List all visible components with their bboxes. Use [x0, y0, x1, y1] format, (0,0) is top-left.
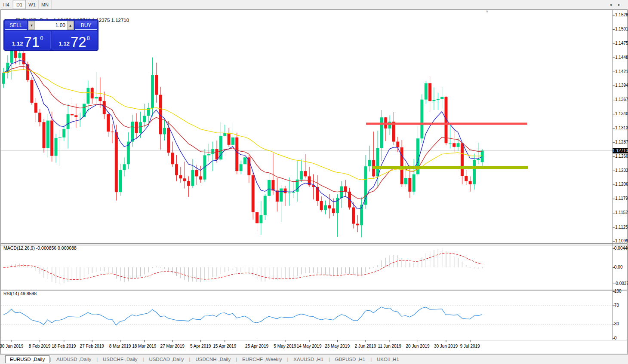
rsi-axis-label: 0 [614, 336, 617, 340]
rsi-label: RSI(14) 49.8598 [3, 291, 37, 296]
tab-separator: | [189, 357, 191, 362]
symbol-tab-eurchf[interactable]: EURCHF-,Weekly [237, 355, 286, 363]
timeframe-button-d1[interactable]: D1 [13, 0, 26, 9]
symbol-tab-usdchf[interactable]: USDCHF-,Daily [98, 355, 142, 363]
tab-separator: | [370, 357, 372, 362]
timeframe-button-mn[interactable]: MN [39, 0, 52, 9]
symbol-tab-eurusd[interactable]: EURUSD-,Daily [5, 355, 49, 363]
symbol-tab-bar: EURUSD-,Daily|AUDUSD-,Daily|USDCHF-,Dail… [0, 354, 628, 364]
sell-price-big: 71 [24, 36, 40, 48]
tab-scroll-right-icon[interactable]: ▸ [618, 2, 620, 362]
buy-price-sup: 8 [87, 35, 90, 41]
price-axis-label: 1.12600 [615, 154, 628, 159]
tab-separator: | [143, 357, 144, 362]
symbol-tab-audusd[interactable]: AUDUSD-,Daily [52, 355, 96, 363]
ohlc-close: 1.12710 [111, 18, 129, 23]
triangle-up-icon: ▲ [69, 24, 72, 28]
tab-scroll-left-icon[interactable]: ◂ [610, 2, 612, 362]
sell-price-prefix: 1.12 [12, 40, 23, 47]
price-axis-label: 1.11795 [615, 196, 628, 201]
buy-price-big: 72 [71, 36, 86, 48]
price-axis-label: 1.13135 [615, 125, 628, 130]
tab-separator: | [50, 357, 51, 362]
tab-separator: | [96, 357, 98, 362]
buy-price-prefix: 1.12 [59, 40, 70, 47]
volume-spinner: ▼ ▲ [28, 21, 74, 30]
symbol-tab-xauusd[interactable]: XAUUSD-,H1 [289, 355, 328, 363]
trading-terminal: H4D1W1MN ▲EURUSD-,Daily 1.12488 1.12741 … [0, 0, 628, 364]
volume-input[interactable] [35, 21, 67, 30]
one-click-trading-panel: SELL ▼ ▲ BUY 1.12710 1.12728 [3, 19, 99, 51]
price-axis-label: 1.14210 [615, 69, 628, 74]
price-axis-label: 1.10990 [615, 239, 628, 243]
price-axis-label: 1.14480 [615, 55, 628, 60]
macd-axis-label: -0.003715 [614, 281, 628, 286]
symbol-tab-usdcad[interactable]: USDCAD-,Daily [144, 355, 188, 363]
price-axis-label: 1.13945 [615, 83, 628, 88]
price-axis-label: 1.12870 [615, 140, 628, 144]
price-axis-label: 1.15285 [615, 12, 628, 17]
price-axis-label: 1.15015 [615, 27, 628, 31]
sell-price-sup: 0 [40, 35, 43, 41]
date-axis-label: 15 Apr 2019 [206, 344, 243, 349]
price-axis-label: 1.11255 [615, 225, 628, 229]
timeframe-toolbar: H4D1W1MN [0, 0, 628, 9]
price-axis-label: 1.13675 [615, 97, 628, 102]
current-price-tag: 1.12710 [613, 148, 628, 153]
symbol-tab-gbpusd[interactable]: GBPUSD-,H1 [330, 355, 370, 363]
macd-axis-label: 0.004465 [614, 246, 628, 251]
sell-price-display[interactable]: 1.12710 [5, 31, 51, 49]
price-axis-label: 1.13405 [615, 111, 628, 116]
timeframe-button-h4[interactable]: H4 [0, 0, 13, 9]
volume-increase-button[interactable]: ▲ [67, 21, 74, 30]
volume-decrease-button[interactable]: ▼ [28, 21, 35, 30]
symbol-tab-usdcnh[interactable]: USDCNH-,Daily [191, 355, 235, 363]
date-axis-label: 9 Jul 2019 [452, 344, 488, 349]
chart-canvas[interactable] [0, 0, 628, 364]
sell-button[interactable]: SELL [5, 21, 27, 30]
tab-separator: | [236, 357, 237, 362]
buy-price-display[interactable]: 1.12728 [52, 31, 98, 49]
tab-separator: | [287, 357, 288, 362]
chart-shift-marker-icon[interactable]: ▼ [485, 9, 489, 14]
price-axis-label: 1.12330 [615, 168, 628, 173]
triangle-down-icon: ▼ [30, 24, 34, 28]
price-axis-label: 1.14750 [615, 41, 628, 46]
tab-separator: | [329, 357, 330, 362]
symbol-tab-ukoil[interactable]: UKOil-,H1 [372, 355, 404, 363]
price-axis-label: 1.11525 [615, 210, 628, 215]
price-axis-label: 1.12065 [615, 182, 628, 187]
macd-label: MACD(12,26,9) -0.000856 0.000088 [3, 245, 77, 251]
buy-button[interactable]: BUY [75, 21, 97, 30]
timeframe-button-w1[interactable]: W1 [26, 0, 39, 9]
